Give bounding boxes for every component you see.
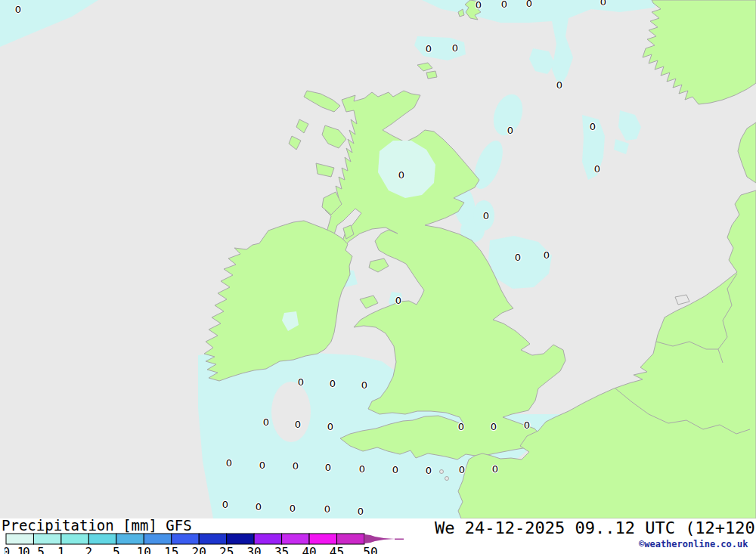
legend-tick-label: 35	[274, 545, 289, 554]
copyright-link[interactable]: ©weatheronline.co.uk	[639, 539, 748, 549]
legend-tick-label: 0.5	[23, 545, 45, 554]
precipitation-map: 000000000000000000000000000000000000000	[0, 0, 756, 518]
zero-marker: 0	[15, 4, 21, 15]
legend-tick-label: 10	[137, 545, 151, 554]
legend-tick-label: 0.1	[5, 545, 24, 554]
legend-tick-label: 2	[85, 545, 93, 554]
zero-marker: 0	[556, 79, 562, 91]
legend-segment	[33, 534, 60, 544]
legend-segment	[337, 534, 364, 544]
zero-marker: 0	[452, 42, 458, 54]
zero-marker: 0	[293, 460, 299, 472]
forecast-timestamp: We 24-12-2025 09..12 UTC (12+120	[435, 518, 755, 537]
legend-overflow-arrow	[364, 534, 395, 543]
zero-marker: 0	[507, 125, 513, 136]
zero-marker: 0	[426, 465, 432, 476]
zero-marker: 0	[259, 460, 265, 471]
precipitation-legend: 0.10.5125101520253035404550	[5, 533, 428, 554]
zero-marker: 0	[330, 378, 336, 389]
legend-tick-label: 30	[246, 545, 261, 554]
map-title: Precipitation [mm] GFS	[2, 517, 192, 534]
zero-marker: 0	[263, 416, 269, 428]
legend-tick-label: 50	[363, 545, 377, 554]
zero-marker: 0	[544, 249, 550, 261]
zero-marker: 0	[398, 169, 404, 181]
legend-tick-label: 45	[330, 545, 344, 554]
zero-marker: 0	[361, 379, 367, 391]
legend-segment	[61, 534, 88, 544]
zero-marker: 0	[491, 421, 497, 432]
legend-segment	[144, 534, 171, 544]
orkney-islet	[426, 71, 437, 79]
zero-marker: 0	[295, 419, 301, 430]
zero-marker: 0	[600, 0, 606, 8]
zero-marker: 0	[298, 376, 304, 388]
dry-sea-holes	[271, 382, 311, 442]
zero-marker: 0	[325, 462, 331, 473]
legend-segment	[309, 534, 336, 544]
zero-marker: 0	[395, 295, 401, 306]
zero-marker: 0	[226, 457, 232, 469]
zero-marker: 0	[458, 421, 464, 432]
zero-marker: 0	[515, 252, 521, 263]
legend-tick-label: 20	[192, 545, 206, 554]
zero-marker: 0	[324, 503, 330, 515]
zero-marker: 0	[526, 0, 532, 9]
zero-marker: 0	[359, 463, 365, 475]
dry-patch	[271, 382, 311, 442]
zero-marker: 0	[392, 464, 398, 475]
legend-segment	[199, 534, 226, 544]
legend-segment	[172, 534, 199, 544]
zero-marker: 0	[590, 121, 596, 132]
map-canvas: 000000000000000000000000000000000000000	[0, 0, 756, 518]
legend-segment	[6, 534, 33, 544]
channel-island	[445, 477, 449, 481]
zero-marker: 0	[327, 421, 333, 432]
zero-marker: 0	[524, 419, 530, 431]
legend-segment	[282, 534, 309, 544]
zero-marker: 0	[492, 463, 498, 475]
legend-arrow-stem	[395, 539, 404, 540]
channel-island	[440, 470, 444, 474]
legend-segment	[88, 534, 116, 544]
legend-segment	[116, 534, 144, 544]
legend-segment	[254, 534, 281, 544]
zero-marker: 0	[483, 210, 489, 221]
zero-marker: 0	[459, 464, 465, 475]
zero-marker: 0	[358, 506, 364, 517]
zero-marker: 0	[476, 0, 482, 11]
legend-tick-label: 25	[219, 545, 234, 554]
legend-tick-label: 40	[302, 545, 316, 554]
legend-tick-label: 1	[57, 545, 65, 554]
zero-marker: 0	[426, 43, 432, 54]
zero-marker: 0	[290, 503, 296, 514]
zero-marker: 0	[222, 499, 228, 510]
zero-marker: 0	[594, 163, 600, 175]
map-footer: Precipitation [mm] GFS 0.10.512510152025…	[0, 518, 756, 554]
legend-tick-label: 5	[113, 545, 120, 554]
legend-segment	[227, 534, 254, 544]
weather-map-page: { "title": { "label": "Precipitation [mm…	[0, 0, 756, 554]
legend-tick-label: 15	[164, 545, 178, 554]
zero-marker: 0	[501, 0, 507, 10]
zero-marker: 0	[256, 501, 262, 512]
